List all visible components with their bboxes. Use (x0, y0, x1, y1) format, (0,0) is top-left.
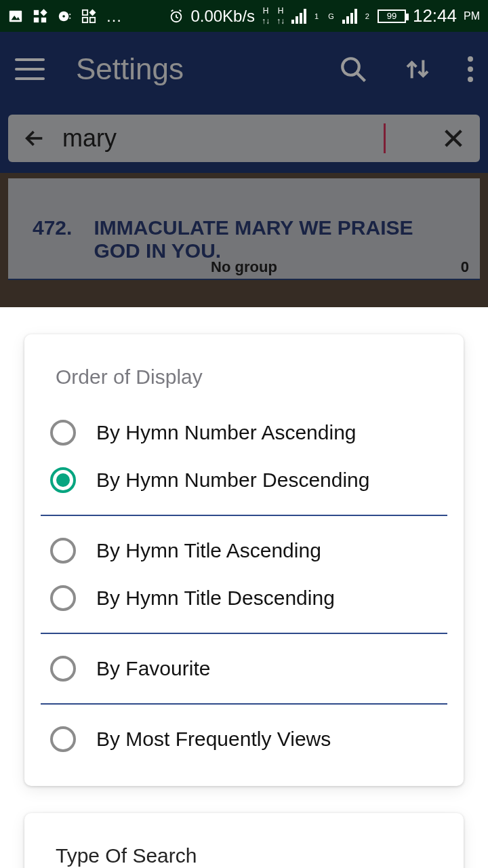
menu-icon[interactable] (15, 58, 45, 80)
signal-2-top: G (328, 12, 334, 20)
search-icon[interactable] (339, 55, 367, 83)
alarm-icon (169, 9, 184, 24)
radio-icon (50, 538, 76, 564)
opt-favourite[interactable]: By Favourite (41, 645, 447, 692)
svg-rect-0 (9, 10, 22, 22)
opt-most-views[interactable]: By Most Frequently Views (41, 715, 447, 763)
opt-label: By Hymn Title Descending (96, 587, 335, 610)
svg-rect-4 (34, 17, 39, 22)
status-bar: … 0.00Kb/s H ↑↓ H ↑↓ 1 G 2 99 12:44 PM (0, 0, 488, 32)
svg-rect-5 (41, 17, 46, 22)
status-time: 12:44 (413, 5, 457, 26)
results-area: 472. IMMACULATE MARY WE PRAISE GOD IN YO… (0, 173, 488, 307)
svg-rect-2 (34, 9, 39, 14)
apps-icon (33, 9, 47, 24)
opt-number-asc[interactable]: By Hymn Number Ascending (41, 409, 447, 456)
signal-1-sub: 1 (314, 12, 319, 20)
opt-title-asc[interactable]: By Hymn Title Ascending (41, 527, 447, 574)
svg-rect-3 (40, 9, 47, 16)
divider (41, 703, 447, 705)
svg-rect-9 (69, 17, 70, 18)
signal-2-sub: 2 (365, 12, 369, 20)
more-dots-icon: … (106, 7, 123, 26)
opt-number-desc[interactable]: By Hymn Number Descending (41, 456, 447, 504)
back-arrow-icon[interactable] (23, 127, 46, 150)
page-title: Settings (76, 52, 184, 86)
result-line: 472. IMMACULATE MARY WE PRAISE GOD IN YO… (8, 178, 480, 262)
picture-icon (8, 9, 23, 24)
radio-selected-icon (50, 467, 76, 493)
result-group: No group (8, 258, 480, 276)
result-number: 472. (33, 216, 72, 262)
battery-icon: 99 (378, 9, 406, 23)
svg-rect-12 (83, 17, 87, 22)
net-h1-label: H (263, 6, 269, 16)
divider (41, 633, 447, 634)
svg-line-15 (357, 73, 365, 81)
sort-icon[interactable] (404, 56, 431, 83)
settings-sheet: Order of Display By Hymn Number Ascendin… (0, 307, 488, 868)
radio-icon (50, 420, 76, 446)
apps2-icon (81, 9, 96, 24)
opt-label: By Hymn Title Ascending (96, 539, 321, 562)
result-card[interactable]: 472. IMMACULATE MARY WE PRAISE GOD IN YO… (8, 178, 480, 280)
battery-level: 99 (387, 11, 396, 21)
net-h1: H ↑↓ (262, 6, 270, 26)
net-h2-label: H (278, 6, 284, 16)
opt-label: By Favourite (96, 657, 210, 680)
search-type-card: Type Of Search (24, 813, 464, 868)
opt-title-desc[interactable]: By Hymn Title Descending (41, 574, 447, 622)
search-input[interactable] (62, 124, 369, 153)
result-count: 0 (461, 258, 469, 276)
status-left: … (8, 7, 123, 26)
net-h2: H ↑↓ (277, 6, 285, 26)
text-caret (384, 123, 386, 153)
order-title: Order of Display (41, 366, 447, 409)
signal-1-icon (291, 9, 306, 24)
overflow-icon[interactable] (468, 56, 473, 82)
result-title: IMMACULATE MARY WE PRAISE GOD IN YOU. (94, 216, 455, 262)
radio-icon (50, 585, 76, 611)
svg-point-7 (62, 15, 65, 18)
status-ampm: PM (464, 10, 480, 22)
clear-icon[interactable] (442, 127, 465, 150)
signal-2-icon (342, 9, 357, 24)
order-card: Order of Display By Hymn Number Ascendin… (24, 334, 464, 786)
svg-rect-8 (69, 14, 70, 15)
appbar-actions (339, 55, 473, 83)
search-type-title: Type Of Search (56, 844, 432, 867)
app-bar: Settings (0, 32, 488, 106)
svg-point-14 (342, 58, 359, 75)
search-bar (8, 115, 480, 162)
net-speed: 0.00Kb/s (190, 7, 255, 26)
svg-rect-11 (90, 17, 95, 22)
divider (41, 515, 447, 516)
opt-label: By Hymn Number Ascending (96, 421, 357, 444)
opt-label: By Most Frequently Views (96, 728, 331, 751)
opt-label: By Hymn Number Descending (96, 469, 370, 492)
status-right: 0.00Kb/s H ↑↓ H ↑↓ 1 G 2 99 12:44 PM (169, 5, 480, 26)
radio-icon (50, 726, 76, 752)
radio-icon (50, 656, 76, 682)
search-wrap (0, 106, 488, 173)
disc-icon (57, 9, 72, 24)
svg-rect-10 (83, 9, 87, 14)
